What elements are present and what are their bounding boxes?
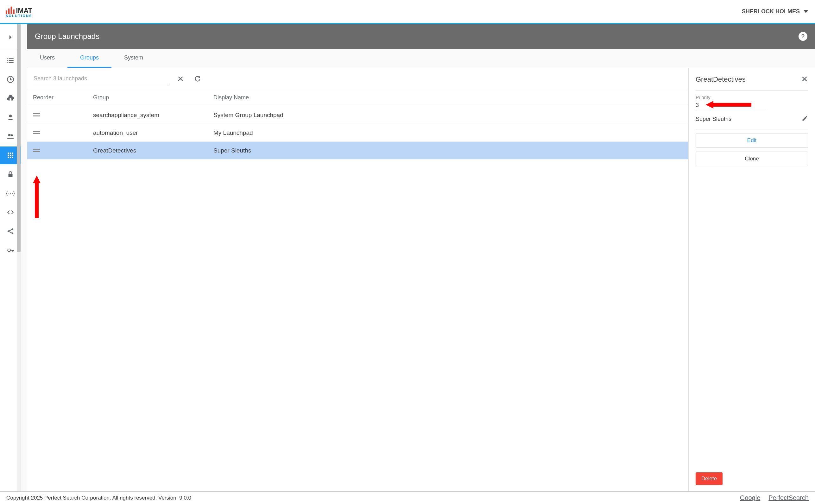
svg-rect-18: [33, 131, 40, 132]
drag-handle-icon[interactable]: [33, 129, 93, 136]
cell-display: Super Sleuths: [214, 147, 683, 154]
column-header-reorder: Reorder: [33, 94, 93, 101]
sidebar: {⋯}: [0, 24, 21, 491]
chevron-right-icon: [6, 33, 15, 41]
column-header-display: Display Name: [214, 94, 683, 101]
cell-display: My Launchpad: [214, 129, 683, 136]
panel-title-row: GreatDetectives ✕: [696, 74, 808, 84]
braces-icon: {⋯}: [6, 189, 15, 197]
close-panel-button[interactable]: ✕: [801, 74, 808, 84]
search-input[interactable]: [33, 73, 169, 84]
content: Group Launchpads ? Users Groups System: [21, 24, 815, 491]
svg-text:IMAT: IMAT: [16, 6, 32, 14]
column-header-group: Group: [93, 94, 214, 101]
svg-text:{⋯}: {⋯}: [6, 190, 15, 196]
svg-rect-1: [8, 8, 10, 14]
annotation-arrow-up: [33, 176, 40, 218]
svg-text:SOLUTIONS: SOLUTIONS: [6, 14, 32, 18]
edit-name-button[interactable]: [802, 115, 808, 123]
shell: {⋯} Group Launchpads ? Users Groups Syst…: [0, 24, 815, 491]
list-icon: [6, 56, 15, 65]
sidebar-scrollbar-track[interactable]: [17, 24, 21, 491]
priority-value[interactable]: 3: [696, 101, 765, 110]
refresh-button[interactable]: [192, 73, 203, 84]
pencil-icon: [802, 115, 808, 121]
page-header: Group Launchpads ?: [27, 24, 815, 49]
user-menu[interactable]: SHERLOCK HOLMES: [742, 8, 808, 15]
footer-link-google[interactable]: Google: [740, 494, 761, 501]
edit-button[interactable]: Edit: [696, 133, 808, 148]
footer: Copyright 2025 Perfect Search Corporatio…: [0, 491, 815, 504]
display-name: Super Sleuths: [696, 116, 731, 122]
divider: [696, 129, 808, 129]
lock-icon: [6, 170, 15, 178]
divider: [696, 90, 808, 91]
clock-icon: [6, 75, 15, 84]
footer-link-perfectsearch[interactable]: PerfectSearch: [768, 494, 809, 501]
clear-search-button[interactable]: [175, 73, 186, 84]
delete-button[interactable]: Delete: [696, 472, 723, 485]
code-icon: [6, 208, 15, 216]
table-row[interactable]: automation_user My Launchpad: [27, 124, 688, 142]
detail-panel: GreatDetectives ✕ Priority 3 Super Sleut…: [688, 68, 815, 491]
chevron-down-icon: [804, 10, 808, 13]
tab-groups[interactable]: Groups: [67, 49, 111, 68]
svg-rect-0: [6, 10, 7, 14]
svg-rect-21: [33, 151, 40, 152]
priority-field: Priority 3: [696, 95, 808, 115]
svg-rect-20: [33, 149, 40, 150]
table-header: Reorder Group Display Name: [27, 89, 688, 106]
key-icon: [6, 246, 15, 254]
table-row[interactable]: searchappliance_system System Group Laun…: [27, 106, 688, 124]
svg-rect-2: [10, 6, 12, 14]
help-button[interactable]: ?: [799, 32, 807, 41]
user-name: SHERLOCK HOLMES: [742, 8, 800, 15]
display-name-row: Super Sleuths: [696, 115, 808, 123]
tab-users[interactable]: Users: [27, 49, 67, 68]
logo: IMAT SOLUTIONS: [6, 4, 59, 19]
svg-point-15: [8, 249, 10, 252]
drag-handle-icon[interactable]: [33, 147, 93, 154]
svg-rect-16: [33, 113, 40, 114]
tab-system[interactable]: System: [111, 49, 156, 68]
cloud-upload-icon: [6, 94, 15, 103]
svg-point-8: [8, 134, 10, 136]
svg-rect-3: [13, 9, 15, 14]
cell-display: System Group Launchpad: [214, 112, 683, 119]
apps-grid-icon: [6, 151, 15, 159]
footer-links: Google PerfectSearch: [740, 494, 809, 501]
table-zone: Reorder Group Display Name searchapplian…: [27, 68, 688, 491]
clone-button[interactable]: Clone: [696, 152, 808, 166]
svg-rect-10: [8, 174, 12, 177]
search-row: [27, 68, 688, 89]
table-row[interactable]: GreatDetectives Super Sleuths: [27, 142, 688, 159]
people-icon: [6, 132, 15, 140]
panel-title: GreatDetectives: [696, 75, 746, 84]
close-icon: [177, 75, 184, 82]
svg-rect-17: [33, 115, 40, 116]
cell-group: searchappliance_system: [93, 112, 214, 119]
work-area: Reorder Group Display Name searchapplian…: [21, 68, 815, 491]
share-icon: [6, 227, 15, 235]
person-icon: [6, 113, 15, 121]
cell-group: automation_user: [93, 129, 214, 136]
refresh-icon: [194, 75, 201, 82]
topbar: IMAT SOLUTIONS SHERLOCK HOLMES: [0, 0, 815, 24]
svg-point-9: [11, 134, 13, 137]
svg-point-7: [9, 115, 12, 117]
cell-group: GreatDetectives: [93, 147, 214, 154]
page-title: Group Launchpads: [35, 32, 99, 41]
copyright-text: Copyright 2025 Perfect Search Corporatio…: [6, 495, 191, 501]
drag-handle-icon[interactable]: [33, 111, 93, 119]
tabs: Users Groups System: [27, 49, 815, 68]
svg-rect-19: [33, 133, 40, 134]
sidebar-scrollbar-thumb[interactable]: [17, 24, 21, 252]
priority-label: Priority: [696, 95, 808, 100]
